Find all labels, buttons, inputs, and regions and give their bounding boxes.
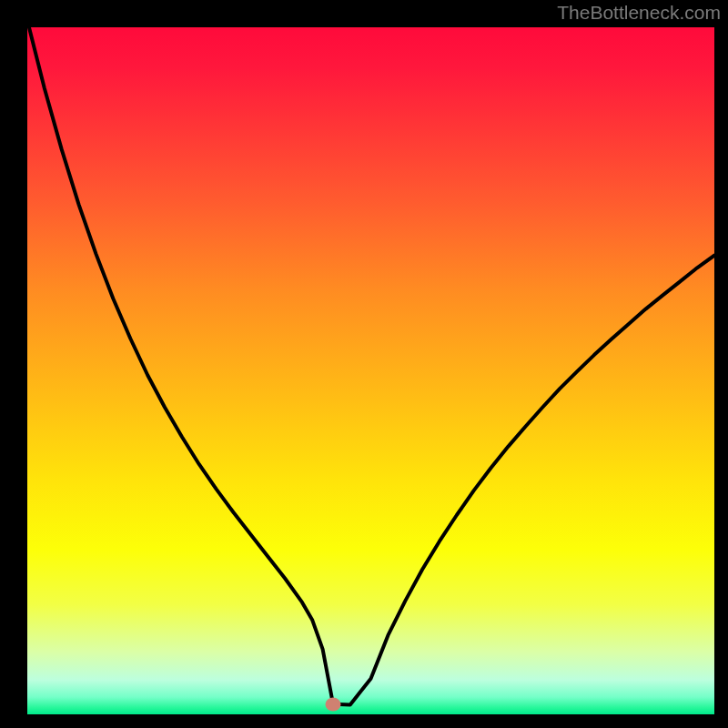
optimum-marker bbox=[325, 697, 340, 711]
chart-frame: TheBottleneck.com bbox=[0, 0, 728, 728]
watermark-text: TheBottleneck.com bbox=[557, 2, 721, 24]
bottleneck-curve bbox=[27, 27, 714, 704]
bottleneck-curve-svg bbox=[27, 27, 714, 714]
plot-area bbox=[27, 27, 714, 714]
